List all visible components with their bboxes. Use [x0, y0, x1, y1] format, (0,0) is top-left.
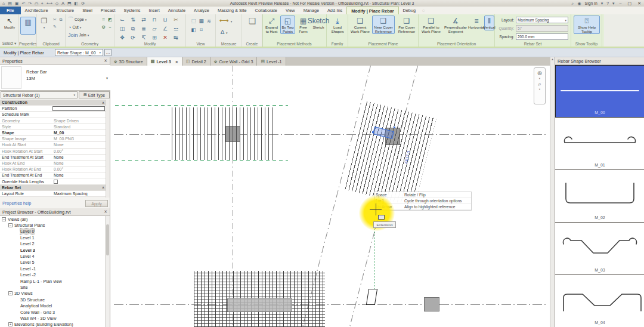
- view-tab-close-icon[interactable]: ✕: [175, 60, 178, 64]
- far-cover-reference-button[interactable]: ❑ Far Cover Reference: [396, 16, 417, 34]
- extend-icon[interactable]: ⊓: [149, 16, 160, 24]
- measure-angle-button[interactable]: ∆ ▾: [221, 29, 227, 35]
- restore-button[interactable]: ▢: [627, 1, 633, 6]
- panel-placement-methods-label[interactable]: Placement Methods: [262, 42, 326, 46]
- steering-wheel-icon[interactable]: ⊚: [537, 70, 542, 76]
- panel-rebar-set-label[interactable]: Rebar Set: [495, 42, 571, 46]
- property-row-partition[interactable]: Partition: [0, 106, 106, 112]
- nav-caret-icon[interactable]: ▾: [539, 88, 540, 91]
- linework-icon[interactable]: ≋: [205, 18, 213, 27]
- rebar-shape-select[interactable]: Rebar Shape : M_00 ▾: [55, 49, 103, 56]
- type-selector[interactable]: Rebar Bar 13M ▾: [0, 65, 110, 91]
- property-group-construction[interactable]: Construction ∧: [0, 100, 106, 106]
- expander-icon[interactable]: −: [2, 217, 6, 221]
- open-icon[interactable]: ▤: [8, 1, 12, 7]
- property-row-schedule-mark[interactable]: Schedule Mark: [0, 112, 106, 118]
- tree-item-ramp[interactable]: Ramp L-1 - Plan view: [0, 278, 105, 284]
- tree-item-elevations[interactable]: + Elevations (Building Elevation): [0, 322, 105, 327]
- zoom-tool-icon[interactable]: ⌕: [538, 81, 541, 87]
- nav-caret-icon[interactable]: ▾: [539, 77, 540, 80]
- match-type-icon[interactable]: ✎: [52, 24, 58, 32]
- tab-view[interactable]: View: [281, 7, 299, 14]
- tab-manage[interactable]: Manage: [299, 7, 323, 14]
- delete-icon[interactable]: ✕: [160, 33, 171, 42]
- text-icon[interactable]: A: [61, 1, 64, 7]
- mirror-draw-icon[interactable]: ⧉: [128, 24, 138, 33]
- rebar-handle[interactable]: [372, 131, 374, 133]
- concrete-wall[interactable]: [227, 298, 292, 312]
- panel-clipboard-label[interactable]: Clipboard: [37, 42, 65, 46]
- properties-button[interactable]: ▥: [20, 17, 36, 35]
- modify-button[interactable]: ↖ Modify: [1, 16, 18, 30]
- type-selector-caret-icon[interactable]: ▾: [106, 76, 108, 80]
- tree-item-3d-structure[interactable]: 3D Structure: [0, 297, 105, 303]
- help-caret-icon[interactable]: ▾: [612, 1, 615, 7]
- align-icon[interactable]: ⌙: [117, 16, 128, 24]
- print-icon[interactable]: ⎙: [35, 1, 38, 7]
- tree-item-structural-plans[interactable]: − Structural Plans: [0, 222, 105, 228]
- measure-icon[interactable]: ⌖: [41, 1, 44, 7]
- copy-element-icon[interactable]: ◫: [117, 24, 128, 33]
- offset-icon[interactable]: ⇅: [128, 16, 138, 24]
- vertical-button[interactable]: ⫴ Vertical: [484, 16, 494, 30]
- project-browser-close-icon[interactable]: ✕: [104, 209, 107, 214]
- section-icon[interactable]: ◧: [75, 1, 79, 7]
- measure-ruler-button[interactable]: ⟷ ▾: [219, 17, 232, 24]
- tree-item-level-5[interactable]: Level 5: [0, 260, 105, 266]
- redo-icon[interactable]: ↷: [28, 1, 32, 7]
- tree-item-views-all[interactable]: − Views (all): [0, 216, 105, 222]
- copy-icon[interactable]: ⧉: [58, 17, 64, 24]
- tree-item-3d-views[interactable]: − 3D Views: [0, 291, 105, 297]
- properties-scrollbar[interactable]: [106, 100, 110, 198]
- tree-item-level-1[interactable]: Level 1: [0, 235, 105, 240]
- tab-debug[interactable]: Debug: [399, 7, 420, 14]
- sketch-button[interactable]: Sketch Sketch: [311, 16, 326, 30]
- join-button[interactable]: Join Join ▾: [68, 31, 89, 39]
- beam-system-icon[interactable]: ⌗: [100, 17, 107, 24]
- tab-file[interactable]: File: [0, 7, 21, 14]
- view-tab-3d-structure[interactable]: ⬙ 3D Structure: [110, 57, 147, 66]
- override-hook-lengths-checkbox[interactable]: [54, 180, 58, 184]
- selection-filter-combo[interactable]: Structural Rebar (1) ▾: [1, 91, 78, 98]
- sign-in-button[interactable]: Sign In: [585, 1, 597, 5]
- view-tab-level-minus-1[interactable]: ▤ Level -1: [257, 57, 286, 66]
- panel-geometry-label[interactable]: Geometry: [66, 42, 114, 46]
- property-value[interactable]: M_00: [52, 131, 106, 135]
- mirror-axis-icon[interactable]: ⇄: [138, 16, 149, 24]
- canvas-scrollbar[interactable]: ▲: [550, 57, 555, 327]
- tree-item-level-4[interactable]: Level 4: [0, 253, 105, 259]
- panel-create-label[interactable]: Create: [242, 42, 262, 46]
- 3d-view-icon[interactable]: ⬒: [67, 1, 72, 7]
- tree-item-site[interactable]: Site: [0, 284, 105, 290]
- shape-item-m00[interactable]: M_00: [555, 65, 644, 118]
- array-icon[interactable]: ≣: [138, 24, 149, 33]
- split-icon[interactable]: ✂: [171, 16, 181, 24]
- horizontal-button[interactable]: ≡ Horizontal: [469, 16, 484, 30]
- tree-item-core-wall-grid-3[interactable]: Core Wall - Grid 3: [0, 309, 105, 315]
- trim-icon[interactable]: ⊔: [160, 16, 171, 24]
- expander-icon[interactable]: −: [8, 223, 13, 227]
- swap-icon[interactable]: ↹: [171, 33, 181, 42]
- dimension-icon[interactable]: ⟷: [47, 1, 52, 7]
- scale-icon[interactable]: ▱: [149, 24, 160, 33]
- project-browser-scrollbar[interactable]: [105, 216, 110, 327]
- sign-in-caret-icon[interactable]: ▾: [601, 1, 603, 7]
- partition-input[interactable]: [52, 106, 105, 111]
- view-tab-detail-2[interactable]: ◫ Detail 2: [182, 57, 210, 66]
- tab-steel[interactable]: Steel: [78, 7, 97, 14]
- tab-add-ins[interactable]: Add-Ins: [323, 7, 346, 14]
- sync-icon[interactable]: ⟳: [81, 1, 85, 7]
- save-icon[interactable]: ▣: [15, 1, 19, 7]
- expand-to-host-button[interactable]: ⤢ Expand to Host: [264, 16, 280, 34]
- hide-element-icon[interactable]: ⬚: [190, 18, 197, 27]
- property-row-override-hook-lengths[interactable]: Override Hook Lengths: [0, 178, 106, 184]
- shape-item-m03[interactable]: M_03: [555, 223, 644, 275]
- ribbon-state-icon[interactable]: ◌: [422, 7, 425, 14]
- search-icon[interactable]: ⌕: [572, 1, 574, 7]
- tab-annotate[interactable]: Annotate: [164, 7, 190, 14]
- layout-select[interactable]: Maximum Spacing ▾: [516, 17, 568, 23]
- parallel-to-work-plane-button[interactable]: ❑ Parallel to Work Plane: [420, 16, 442, 34]
- shape-item-m04[interactable]: M_04: [555, 275, 644, 327]
- panel-properties-label[interactable]: Properties: [19, 42, 36, 46]
- tab-insert[interactable]: Insert: [145, 7, 164, 14]
